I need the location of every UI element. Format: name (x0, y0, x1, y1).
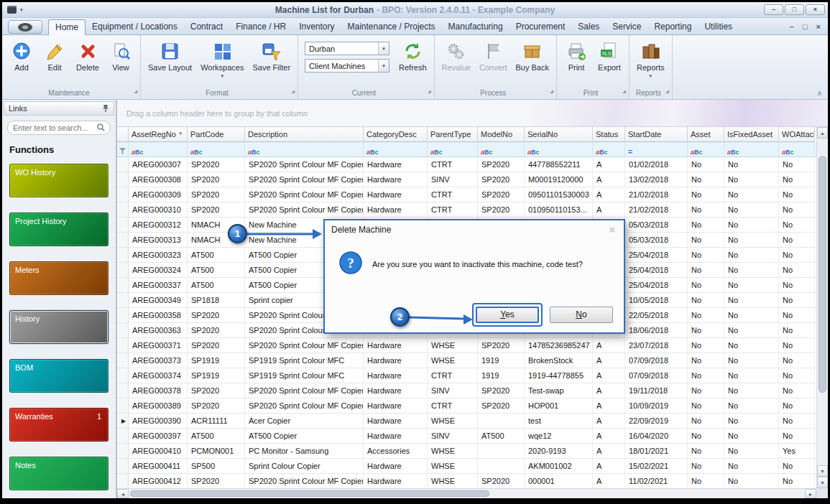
application-button[interactable] (8, 20, 42, 34)
table-row[interactable]: AREG000412SP2020SP2020 Sprint Colour MF … (117, 474, 816, 488)
column-header-woattachm[interactable]: WOAttachm... (779, 127, 815, 142)
tab-finance-hr[interactable]: Finance / HR (229, 19, 292, 34)
column-header-startdate[interactable]: StartDate (625, 127, 688, 142)
horizontal-scroll-thumb[interactable] (130, 490, 489, 497)
buy-back-button[interactable]: Buy Back (512, 38, 552, 73)
column-header-description[interactable]: Description (245, 127, 364, 142)
links-panel-header[interactable]: Links (4, 101, 114, 116)
group-dialog-launcher-icon[interactable]: ◢ (622, 86, 626, 97)
reports-button[interactable]: Reports ▾ (633, 38, 668, 80)
view-button[interactable]: View (105, 38, 137, 73)
sidebar-item-bom[interactable]: BOM (9, 359, 109, 393)
column-header-asset[interactable]: Asset (688, 127, 724, 142)
table-row[interactable]: AREG000310SP2020SP2020 Sprint Colour MF … (117, 202, 816, 218)
filter-cell-assetregno[interactable]: aBc (129, 142, 188, 157)
group-dialog-launcher-icon[interactable]: ◢ (428, 86, 431, 97)
sidebar-item-meters[interactable]: Meters (9, 261, 109, 295)
ribbon-collapse-button[interactable]: ∧ (817, 89, 822, 97)
yes-button[interactable]: Yes (476, 307, 539, 323)
table-row[interactable]: AREG000389SP2020SP2020 Sprint Colour MF … (117, 398, 816, 414)
sidebar-item-notes[interactable]: Notes (9, 457, 109, 490)
no-button[interactable]: No (550, 307, 613, 323)
column-header-serialno[interactable]: SerialNo (525, 127, 593, 142)
table-row[interactable]: AREG000410PCMON001PC Monitor - SamsungAc… (117, 444, 816, 459)
chevron-down-icon[interactable]: ▾ (378, 60, 389, 72)
machine-filter-select[interactable]: Client Machines ▾ (305, 59, 389, 73)
tab-contract[interactable]: Contract (184, 19, 229, 34)
tab-inventory[interactable]: Inventory (292, 19, 341, 34)
filter-cell-parenttype[interactable]: aBc (428, 142, 478, 157)
tab-sales[interactable]: Sales (571, 19, 606, 34)
table-row[interactable]: AREG000397AT500AT500 CopierHardwareSINVA… (117, 429, 816, 444)
tab-home[interactable]: Home (48, 19, 86, 35)
scroll-up-icon[interactable]: ▲ (817, 127, 828, 139)
sidebar-item-wo-history[interactable]: WO History (9, 164, 109, 197)
filter-cell-serialno[interactable]: aBc (525, 142, 593, 157)
save-filter-button[interactable]: Save Filter (249, 38, 294, 73)
filter-cell-startdate[interactable]: = (625, 142, 688, 157)
table-row[interactable]: AREG000373SP1919SP1919 Sprint Colour MFC… (117, 353, 816, 368)
table-row[interactable]: AREG000308SP2020SP2020 Sprint Colour MF … (117, 172, 816, 187)
export-button[interactable]: XLS Export (594, 38, 625, 73)
chevron-down-icon[interactable]: ▾ (378, 42, 389, 55)
group-dialog-launcher-icon[interactable]: ◢ (291, 86, 295, 97)
dialog-close-icon[interactable]: × (607, 224, 617, 235)
group-dialog-launcher-icon[interactable]: ◢ (134, 86, 137, 97)
table-row[interactable]: AREG000371SP2020SP2020 Sprint Colour MF … (117, 338, 816, 353)
scroll-left-icon[interactable]: ◄ (117, 489, 129, 498)
filter-cell-isfixedasset[interactable]: aBc (724, 142, 779, 157)
tab-utilities[interactable]: Utilities (698, 19, 739, 34)
chevron-down-icon[interactable]: ▾ (20, 7, 23, 13)
group-by-panel[interactable]: Drag a column header here to group by th… (117, 100, 828, 127)
search-icon[interactable] (97, 121, 105, 134)
maximize-button[interactable]: □ (785, 4, 804, 15)
filter-cell-asset[interactable]: aBc (688, 142, 724, 157)
filter-cell-modelno[interactable]: aBc (478, 142, 525, 157)
edit-button[interactable]: Edit (39, 38, 70, 73)
mdi-close-button[interactable]: × (816, 22, 821, 31)
mdi-restore-button[interactable]: □ (803, 22, 808, 31)
site-select[interactable]: Durban ▾ (305, 42, 389, 55)
add-button[interactable]: Add (6, 38, 37, 73)
quick-access-toolbar[interactable]: ▾ (2, 6, 23, 14)
filter-cell-woattachm[interactable]: aBc (779, 142, 815, 157)
column-header-partcode[interactable]: PartCode (188, 127, 245, 142)
revalue-button[interactable]: Revalue (438, 38, 474, 73)
column-header-parenttype[interactable]: ParentType (428, 127, 478, 142)
print-button[interactable]: Print (561, 38, 592, 73)
table-row[interactable]: AREG000309SP2020SP2020 Sprint Colour MF … (117, 187, 816, 202)
convert-button[interactable]: Convert (476, 38, 511, 73)
column-header-categorydesc[interactable]: CategoryDesc (364, 127, 428, 142)
minimize-button[interactable]: – (764, 4, 783, 15)
table-row[interactable]: AREG000411SP500Sprint Colour CopierHardw… (117, 459, 816, 474)
table-row[interactable]: AREG000374SP1919SP1919 Sprint Colour MFC… (117, 368, 816, 383)
column-header-modelno[interactable]: ModelNo (478, 127, 525, 142)
horizontal-scrollbar[interactable]: ◄ ► (117, 488, 816, 498)
tab-equipment-locations[interactable]: Equipment / Locations (86, 19, 184, 34)
save-layout-button[interactable]: Save Layout (144, 38, 195, 73)
filter-cell-partcode[interactable]: aBc (188, 142, 245, 157)
vertical-scroll-thumb[interactable] (819, 156, 826, 393)
column-header-status[interactable]: Status (593, 127, 625, 142)
scroll-down-icon[interactable]: ▼ (817, 465, 828, 477)
filter-cell-categorydesc[interactable]: aBc (364, 142, 428, 157)
tab-manufacturing[interactable]: Manufacturing (442, 19, 509, 34)
group-dialog-launcher-icon[interactable]: ◢ (550, 86, 553, 97)
filter-cell-description[interactable]: aBc (245, 142, 364, 157)
table-row[interactable]: AREG000307SP2020SP2020 Sprint Colour MF … (117, 157, 816, 172)
sidebar-item-warranties[interactable]: Warranties1 (9, 408, 109, 442)
search-input[interactable] (13, 123, 97, 132)
delete-button[interactable]: Delete (72, 38, 103, 73)
tab-service[interactable]: Service (606, 19, 647, 34)
scroll-down-page-icon[interactable]: ▼ (817, 477, 828, 488)
sidebar-item-project-history[interactable]: Project History (9, 213, 109, 246)
tab-procurement[interactable]: Procurement (509, 19, 572, 34)
sidebar-item-history[interactable]: History (9, 310, 109, 344)
vertical-scrollbar[interactable]: ▲ ▼ ▼ (816, 127, 828, 488)
table-row[interactable]: AREG000378SP2020SP2020 Sprint Colour MF … (117, 383, 816, 398)
tab-reporting[interactable]: Reporting (647, 19, 698, 34)
tab-maintenance-projects[interactable]: Maintenance / Projects (341, 19, 442, 34)
table-row[interactable]: ▶AREG000390ACR11111Acer CopierHardwareWH… (117, 414, 816, 429)
close-button[interactable]: × (806, 4, 825, 15)
workspaces-button[interactable]: Workspaces ▾ (197, 38, 247, 80)
